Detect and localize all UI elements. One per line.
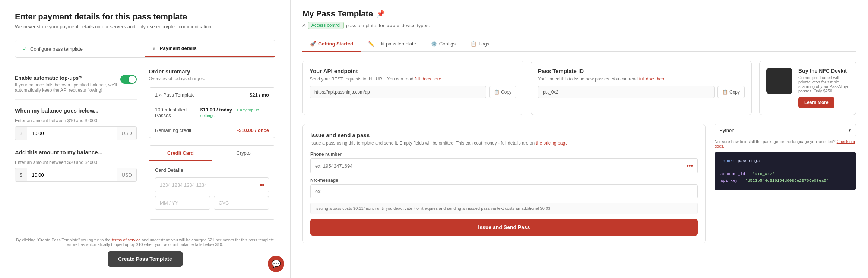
tab-credit-card[interactable]: Credit Card <box>149 146 212 161</box>
tab-crypto[interactable]: Crypto <box>212 146 275 161</box>
nfc-message-input-wrapper[interactable] <box>310 184 698 198</box>
phone-input-wrapper[interactable]: ••• <box>310 158 698 173</box>
check-docs-link[interactable]: Check our docs. <box>715 139 855 148</box>
payment-content: Enable automatic top-ups? If your balanc… <box>15 68 275 220</box>
step-1-label: Configure pass template <box>30 46 83 52</box>
create-pass-template-button[interactable]: Create Pass Template <box>108 251 182 267</box>
nfc-message-label: Nfc-message <box>310 178 698 183</box>
step-2[interactable]: 2. Payment details <box>145 40 275 57</box>
issue-pass-section: Issue and send a pass Issue a pass using… <box>302 124 706 243</box>
step-1-check: ✓ <box>23 46 27 52</box>
balance-low-unit: USD <box>117 127 136 140</box>
auto-topup-toggle[interactable] <box>120 75 137 84</box>
tab-logs[interactable]: 📋 Logs <box>463 37 497 52</box>
nfc-desc: Comes pre-loaded with private keys for s… <box>798 75 849 93</box>
tag-platform: apple <box>387 23 399 28</box>
tab-configs[interactable]: ⚙️ Configs <box>424 37 463 52</box>
auto-topup-section: Enable automatic top-ups? If your balanc… <box>15 68 137 100</box>
card-expiry-cvc-row: MM / YY CVC <box>155 196 269 214</box>
pass-template-id-title: Pass Template ID <box>538 68 745 74</box>
template-docs-link[interactable]: full docs here. <box>639 76 667 82</box>
order-table: 1 × Pass Template $21 / mo 100 × Install… <box>149 87 275 138</box>
access-control-tag[interactable]: Access control <box>308 22 344 29</box>
balance-low-hint: Enter an amount between $10 and $2000 <box>15 118 137 123</box>
right-panel: My Pass Template 📌 A Access control pass… <box>291 0 868 278</box>
phone-input[interactable] <box>315 163 687 169</box>
pass-template-id-value: ptk_0x2 <box>543 89 558 95</box>
api-copy-label: Copy <box>501 89 511 95</box>
tab-edit-pass-template[interactable]: ✏️ Edit pass template <box>361 37 424 52</box>
tab-configs-label: Configs <box>439 41 456 47</box>
steps-bar: ✓ Configure pass template 2. Payment det… <box>15 40 275 58</box>
order-row-2-values: $11.00 / today + any top up settings <box>200 107 269 118</box>
order-summary: Order summary Overview of todays charges… <box>149 68 275 220</box>
issue-pass-desc: Issue a pass using this template and sen… <box>310 140 698 146</box>
footer-text: By clicking "Create Pass Template" you a… <box>15 238 275 247</box>
terms-link[interactable]: terms of service <box>112 238 141 242</box>
card-number-input[interactable]: 1234 1234 1234 1234 ▪▪ <box>155 177 269 192</box>
order-row-3-value: -$10.00 / once <box>237 127 269 133</box>
tab-getting-started-icon: 🚀 <box>310 41 316 47</box>
step-2-label: Payment details <box>160 45 197 51</box>
order-row-1-label: 1 × Pass Template <box>155 92 195 98</box>
tab-configs-icon: ⚙️ <box>431 41 437 47</box>
balance-low-input[interactable] <box>27 127 117 140</box>
order-overview: Overview of todays charges. <box>149 76 275 81</box>
card-expiry-input[interactable]: MM / YY <box>155 196 210 210</box>
left-footer: By clicking "Create Pass Template" you a… <box>15 238 275 271</box>
learn-more-button[interactable]: Learn More <box>798 97 834 108</box>
balance-low-input-wrapper: $ USD <box>15 126 137 140</box>
pass-template-id-card: Pass Template ID You'll need this to iss… <box>531 61 752 115</box>
toggle-title: Enable automatic top-ups? <box>15 75 120 81</box>
language-select[interactable]: Python ▾ <box>715 124 856 136</box>
tag-prefix: A <box>302 23 306 28</box>
left-panel: Enter payment details for this pass temp… <box>0 0 291 278</box>
card-details-section: Card Details 1234 1234 1234 1234 ▪▪ MM /… <box>149 161 275 220</box>
toggle-desc: If your balance falls below a specified … <box>15 82 120 93</box>
nfc-devkit-card: Buy the NFC Devkit Comes pre-loaded with… <box>759 61 856 115</box>
tab-logs-icon: 📋 <box>471 41 476 47</box>
api-endpoint-card: Your API endpoint Send your REST request… <box>302 61 523 115</box>
step-1[interactable]: ✓ Configure pass template <box>15 40 145 57</box>
code-line-3: account_id = 'a1c_0x2' <box>720 171 850 178</box>
code-section: Python ▾ Not sure how to install the pac… <box>715 124 856 243</box>
pass-template-id-input: ptk_0x2 <box>538 86 715 98</box>
nfc-card-content: Buy the NFC Devkit Comes pre-loaded with… <box>798 68 849 108</box>
balance-add-title: Add this amount to my balance... <box>15 149 137 155</box>
left-form: Enable automatic top-ups? If your balanc… <box>15 68 137 220</box>
pass-template-id-copy-button[interactable]: 📋 Copy <box>717 86 745 98</box>
card-number-placeholder: 1234 1234 1234 1234 <box>160 182 207 188</box>
code-header: Python ▾ <box>715 124 856 136</box>
card-cvc-input[interactable]: CVC <box>214 196 269 210</box>
balance-add-input[interactable] <box>27 168 117 181</box>
pricing-link[interactable]: the pricing page. <box>536 140 569 146</box>
bottom-section: Issue and send a pass Issue a pass using… <box>302 124 856 243</box>
api-endpoint-title: Your API endpoint <box>310 68 516 74</box>
card-details-title: Card Details <box>155 167 269 173</box>
api-endpoint-desc: Send your REST requests to this URL. You… <box>310 76 516 82</box>
chat-button[interactable]: 💬 <box>268 256 284 272</box>
api-endpoint-copy-button[interactable]: 📋 Copy <box>489 86 516 98</box>
order-row-2-value: $11.00 / today <box>200 107 232 113</box>
pin-icon: 📌 <box>377 10 385 18</box>
nfc-message-input[interactable] <box>315 189 693 194</box>
tab-edit-icon: ✏️ <box>368 41 374 47</box>
issue-send-pass-button[interactable]: Issue and Send Pass <box>310 219 698 236</box>
api-endpoint-value: https://api.passninja.com/ap <box>314 89 370 95</box>
tab-getting-started[interactable]: 🚀 Getting Started <box>302 37 361 52</box>
right-title: My Pass Template <box>302 9 373 19</box>
phone-dots-icon: ••• <box>687 162 693 169</box>
order-row-3: Remaining credit -$10.00 / once <box>149 123 275 138</box>
balance-add-section: Add this amount to my balance... Enter a… <box>15 149 137 182</box>
tab-edit-label: Edit pass template <box>376 41 416 47</box>
step-2-number: 2. <box>153 45 157 51</box>
page-subtitle-left: We never store your payment details on o… <box>15 24 275 29</box>
pass-template-id-desc: You'll need this to issue new passes. Yo… <box>538 76 745 82</box>
order-row-1-value: $21 / mo <box>250 92 269 98</box>
code-block: import passninja account_id = 'a1c_0x2' … <box>715 152 856 190</box>
code-line-4: api_key = 'd523b544c316194d9089e23766e08… <box>720 178 850 184</box>
nfc-title: Buy the NFC Devkit <box>798 68 849 74</box>
tab-logs-label: Logs <box>479 41 489 47</box>
api-docs-link[interactable]: full docs here. <box>415 76 443 82</box>
cost-note: Issuing a pass costs $0.11/month until y… <box>310 203 698 214</box>
